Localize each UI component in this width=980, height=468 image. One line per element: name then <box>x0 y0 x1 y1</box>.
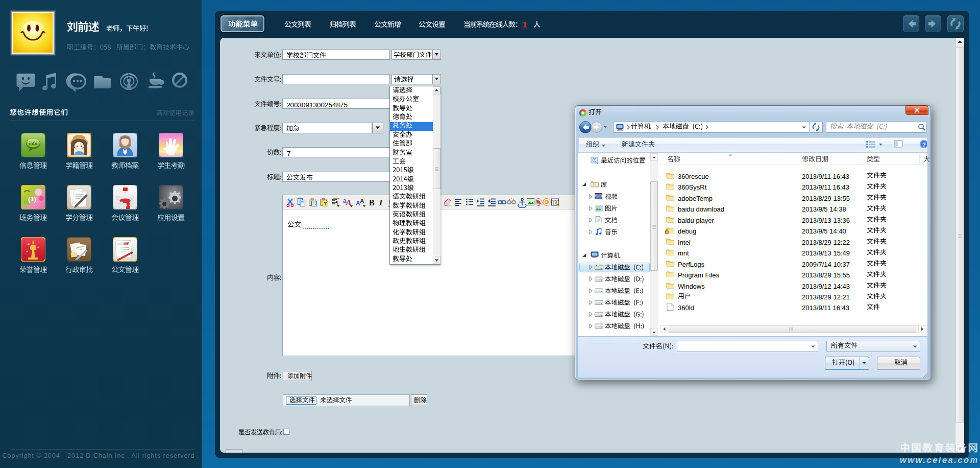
svg-text:f: f <box>536 201 538 205</box>
svg-text:B: B <box>369 198 375 207</box>
svg-text:I: I <box>379 198 383 207</box>
svg-text:No.1: No.1 <box>124 243 129 246</box>
svg-text:?: ? <box>922 142 926 148</box>
svg-text:¶: ¶ <box>336 200 338 205</box>
svg-text:(1): (1) <box>28 195 36 203</box>
svg-text:T: T <box>324 201 327 206</box>
svg-text:info: info <box>29 141 38 146</box>
svg-text:A: A <box>360 198 364 205</box>
svg-text:A: A <box>346 198 351 206</box>
